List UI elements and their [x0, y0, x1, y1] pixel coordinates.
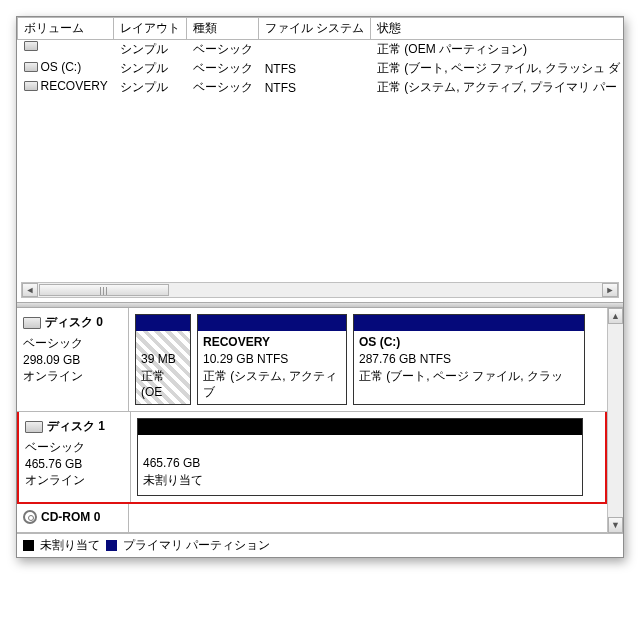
- legend-label-unallocated: 未割り当て: [40, 537, 100, 554]
- volume-fs: [259, 40, 371, 60]
- partition-color-bar: [136, 315, 190, 331]
- disk-title: ディスク 1: [47, 418, 105, 435]
- volume-type: ベーシック: [187, 78, 259, 97]
- disk-title: CD-ROM 0: [41, 510, 100, 524]
- disk-row-cdrom: CD-ROM 0: [17, 504, 607, 533]
- column-header-volume[interactable]: ボリューム: [18, 18, 114, 40]
- volume-fs: NTFS: [259, 78, 371, 97]
- partition[interactable]: OS (C:)287.76 GB NTFS正常 (ブート, ページ ファイル, …: [353, 314, 585, 405]
- scroll-right-arrow[interactable]: ►: [602, 283, 618, 297]
- volume-name: OS (C:): [41, 60, 82, 74]
- scroll-up-arrow[interactable]: ▲: [608, 308, 623, 324]
- volume-layout: シンプル: [114, 78, 187, 97]
- disk-icon: [23, 317, 41, 329]
- volume-status: 正常 (ブート, ページ ファイル, クラッシュ ダ: [371, 59, 623, 78]
- legend-swatch-unallocated: [23, 540, 34, 551]
- disk-info[interactable]: ディスク 0ベーシック298.09 GBオンライン: [17, 308, 129, 411]
- volume-status: 正常 (システム, アクティブ, プライマリ パー: [371, 78, 623, 97]
- column-header-status[interactable]: 状態: [371, 18, 623, 40]
- disk-size: 465.76 GB: [25, 457, 124, 471]
- disk-state: オンライン: [25, 472, 124, 489]
- column-header-layout[interactable]: レイアウト: [114, 18, 187, 40]
- drive-icon: [24, 41, 38, 51]
- disk-row: ディスク 0ベーシック298.09 GBオンライン39 MB正常 (OERECO…: [17, 308, 607, 412]
- partition-status: 正常 (ブート, ページ ファイル, クラッ: [359, 368, 579, 385]
- volume-name: RECOVERY: [41, 79, 108, 93]
- scroll-thumb[interactable]: [39, 284, 169, 296]
- drive-icon: [24, 62, 38, 72]
- disk-title: ディスク 0: [45, 314, 103, 331]
- drive-icon: [24, 81, 38, 91]
- partition-status: 正常 (OE: [141, 368, 185, 402]
- volume-type: ベーシック: [187, 40, 259, 60]
- volume-status: 正常 (OEM パーティション): [371, 40, 623, 60]
- volume-row[interactable]: シンプルベーシック正常 (OEM パーティション): [18, 40, 624, 60]
- disk-graphical-view: ディスク 0ベーシック298.09 GBオンライン39 MB正常 (OERECO…: [17, 308, 607, 533]
- partition[interactable]: RECOVERY10.29 GB NTFS正常 (システム, アクティブ: [197, 314, 347, 405]
- disk-state: オンライン: [23, 368, 122, 385]
- horizontal-scrollbar[interactable]: ◄ ►: [21, 282, 619, 298]
- scroll-left-arrow[interactable]: ◄: [22, 283, 38, 297]
- cdrom-icon: [23, 510, 37, 524]
- disk-management-window: ボリュームレイアウト種類ファイル システム状態 シンプルベーシック正常 (OEM…: [16, 16, 624, 558]
- partition-status: 正常 (システム, アクティブ: [203, 368, 341, 402]
- volume-fs: NTFS: [259, 59, 371, 78]
- partition-size: 10.29 GB NTFS: [203, 351, 341, 368]
- partition-status: 未割り当て: [143, 472, 577, 489]
- partition[interactable]: 39 MB正常 (OE: [135, 314, 191, 405]
- legend: 未割り当て プライマリ パーティション: [17, 533, 623, 557]
- volume-row[interactable]: RECOVERYシンプルベーシックNTFS正常 (システム, アクティブ, プラ…: [18, 78, 624, 97]
- column-header-type[interactable]: 種類: [187, 18, 259, 40]
- column-header-fs[interactable]: ファイル システム: [259, 18, 371, 40]
- disk-info[interactable]: ディスク 1ベーシック465.76 GBオンライン: [19, 412, 131, 502]
- partition-label: RECOVERY: [203, 334, 341, 351]
- partition[interactable]: 465.76 GB未割り当て: [137, 418, 583, 496]
- volume-layout: シンプル: [114, 40, 187, 60]
- volume-list[interactable]: ボリュームレイアウト種類ファイル システム状態 シンプルベーシック正常 (OEM…: [17, 17, 623, 302]
- scroll-down-arrow[interactable]: ▼: [608, 517, 623, 533]
- disk-row: ディスク 1ベーシック465.76 GBオンライン465.76 GB未割り当て: [17, 412, 607, 504]
- disk-size: 298.09 GB: [23, 353, 122, 367]
- disk-subtype: ベーシック: [23, 335, 122, 352]
- disk-icon: [25, 421, 43, 433]
- partition-color-bar: [138, 419, 582, 435]
- vertical-scrollbar[interactable]: ▲ ▼: [607, 308, 623, 533]
- disk-info[interactable]: CD-ROM 0: [17, 504, 129, 532]
- partition-color-bar: [354, 315, 584, 331]
- volume-layout: シンプル: [114, 59, 187, 78]
- partition-size: 287.76 GB NTFS: [359, 351, 579, 368]
- legend-swatch-primary: [106, 540, 117, 551]
- partition-label: OS (C:): [359, 334, 579, 351]
- legend-label-primary: プライマリ パーティション: [123, 537, 270, 554]
- volume-type: ベーシック: [187, 59, 259, 78]
- partition-size: 465.76 GB: [143, 455, 577, 472]
- partition-size: 39 MB: [141, 351, 185, 368]
- disk-subtype: ベーシック: [25, 439, 124, 456]
- volume-row[interactable]: OS (C:)シンプルベーシックNTFS正常 (ブート, ページ ファイル, ク…: [18, 59, 624, 78]
- partition-color-bar: [198, 315, 346, 331]
